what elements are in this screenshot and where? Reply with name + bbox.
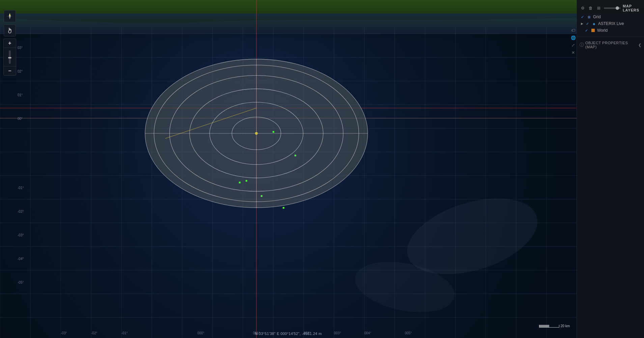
right-icon-cross[interactable]: ✕: [570, 49, 577, 56]
svg-point-4: [9, 16, 10, 17]
object-properties-title: OBJECT PROPERTIES (MAP): [585, 41, 637, 49]
status-bar: N 03°51'38" E 000°14'52", -4551.24 m: [0, 329, 577, 338]
right-icon-globe[interactable]: 🌐: [570, 34, 577, 41]
map-layers-settings-icon[interactable]: ⚙: [580, 5, 586, 11]
right-panel: ⚙ 🗑 ⊞ MAP LAYERS ✓ ⊞ Grid ▶ ✓ ◈ ASTERIX …: [577, 0, 644, 338]
layer-item-world[interactable]: ✓ World: [577, 27, 644, 34]
layer-grid-label: Grid: [593, 15, 601, 19]
map-layers-grid-icon[interactable]: ⊞: [596, 5, 602, 11]
scale-bar: 20 km: [539, 324, 570, 328]
layer-world-icon: [591, 28, 595, 33]
object-properties-section: ⓘ OBJECT PROPERTIES (MAP) ❮: [577, 37, 644, 53]
zoom-scale-track: [9, 50, 11, 64]
zoom-scale-handle: [8, 57, 11, 58]
layer-asterix-icon: ◈: [592, 21, 596, 26]
right-icon-tag[interactable]: 🏷: [570, 27, 577, 34]
map-layers-section: ⚙ 🗑 ⊞ MAP LAYERS ✓ ⊞ Grid ▶ ✓ ◈ ASTERIX …: [577, 0, 644, 37]
zoom-controls: + −: [3, 38, 16, 76]
map-layers-header: ⚙ 🗑 ⊞ MAP LAYERS: [577, 3, 644, 14]
right-icon-strip: 🏷 🌐 ⤢ ✕: [570, 27, 577, 56]
scale-rule: [539, 325, 559, 328]
layer-item-grid[interactable]: ✓ ⊞ Grid: [577, 14, 644, 20]
scale-bar-line: 20 km: [539, 324, 570, 328]
zoom-out-button[interactable]: −: [4, 67, 16, 75]
object-properties-header[interactable]: ⓘ OBJECT PROPERTIES (MAP) ❮: [577, 40, 644, 50]
opacity-slider-thumb: [616, 6, 619, 10]
scale-label: 20 km: [561, 324, 570, 328]
pan-tool-button[interactable]: [4, 24, 16, 36]
map-canvas[interactable]: [0, 0, 644, 338]
object-props-collapse-icon[interactable]: ❮: [638, 43, 641, 47]
compass-button[interactable]: [4, 10, 16, 22]
right-icon-resize[interactable]: ⤢: [570, 42, 577, 49]
layer-world-label: World: [597, 28, 608, 33]
zoom-in-button[interactable]: +: [4, 39, 16, 48]
layer-world-check: ✓: [585, 28, 589, 33]
status-coordinates: N 03°51'38" E 000°14'52", -4551.24 m: [255, 332, 321, 336]
map-layers-title: MAP LAYERS: [623, 4, 641, 12]
layer-grid-check: ✓: [581, 15, 585, 19]
layer-asterix-label: ASTERIX Live: [598, 21, 624, 26]
map-layers-delete-icon[interactable]: 🗑: [588, 5, 594, 11]
layer-item-asterix[interactable]: ▶ ✓ ◈ ASTERIX Live: [577, 20, 644, 27]
layer-asterix-check: ✓: [586, 22, 590, 26]
object-props-info-icon: ⓘ: [580, 42, 584, 48]
layer-grid-icon: ⊞: [587, 15, 591, 19]
left-controls: + −: [3, 10, 16, 76]
opacity-slider-track[interactable]: [604, 7, 621, 9]
layer-asterix-expand: ▶: [581, 22, 584, 25]
